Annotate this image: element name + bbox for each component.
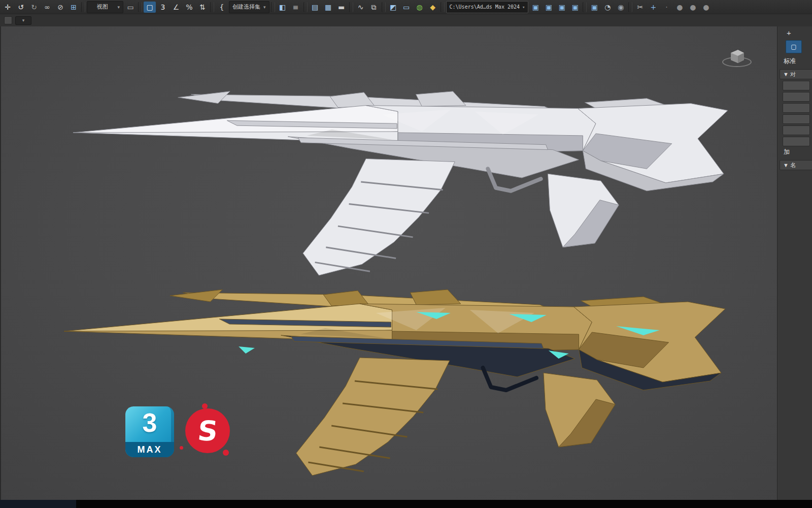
percent-snap-icon[interactable]: %: [183, 2, 195, 13]
select-link-icon[interactable]: ∞: [41, 2, 53, 13]
object-type-button[interactable]: [783, 137, 810, 146]
spinner-snap-icon[interactable]: ⇅: [196, 2, 209, 13]
status-bar: [0, 500, 812, 508]
rendered-frame-window-icon[interactable]: ▭: [400, 2, 413, 13]
settings-circle-icon[interactable]: ●: [700, 2, 712, 13]
angle-snap-icon[interactable]: ∠: [170, 2, 182, 13]
render-monitor-icon[interactable]: ▣: [588, 2, 600, 13]
select-object-icon[interactable]: ▢: [144, 2, 156, 13]
grab-viewport-plus-icon[interactable]: ▣: [543, 2, 555, 13]
autodesk-app-icon[interactable]: ◉: [615, 2, 627, 13]
selection-region-icon[interactable]: ▭: [124, 2, 137, 13]
environment-icon[interactable]: ◍: [414, 2, 426, 13]
viewport[interactable]: 3 MAX S: [0, 26, 777, 500]
undo-icon[interactable]: ↺: [15, 2, 27, 13]
transform-gizmo-icon[interactable]: ✛: [2, 2, 14, 13]
toolbar-separator: [271, 2, 275, 12]
name-color-rollout[interactable]: ▼ 名: [780, 160, 812, 170]
white-clay-rifle-model[interactable]: [72, 83, 728, 280]
toolbar-separator: [349, 2, 353, 12]
edit-named-selection-icon[interactable]: {: [216, 2, 228, 13]
project-path-field[interactable]: C:\Users\Ad…ds Max 2024: [446, 1, 529, 13]
scissors-icon[interactable]: ✂: [634, 2, 646, 13]
curve-editor-icon[interactable]: ∿: [355, 2, 367, 13]
help-circle-icon[interactable]: ●: [687, 2, 699, 13]
scene-explorer-icon[interactable]: ▤: [309, 2, 321, 13]
user-circle-icon[interactable]: ●: [673, 2, 686, 13]
toolbar-separator: [81, 2, 85, 12]
ribbon-toggle-icon[interactable]: ▬: [335, 2, 348, 13]
object-type-button[interactable]: [783, 81, 810, 90]
toolbar-separator: [441, 2, 445, 12]
grab-viewport-icon[interactable]: ▣: [529, 2, 542, 13]
bind-to-spacewarp-icon[interactable]: ⊞: [67, 2, 80, 13]
toolbar-separator: [210, 2, 214, 12]
layer-explorer-icon[interactable]: ▦: [322, 2, 334, 13]
capture-sequence-icon[interactable]: ▣: [569, 2, 581, 13]
snaps-toggle-icon[interactable]: 3: [157, 2, 169, 13]
substance-logo-dot: [202, 403, 208, 409]
autogrid-label: 加: [777, 146, 812, 158]
object-type-button[interactable]: [783, 92, 810, 102]
toolbar-separator: [382, 2, 386, 12]
main-toolbar: ✛ ↺ ↻ ∞ ⊘ ⊞ 视图: [0, 0, 812, 14]
object-type-button[interactable]: [783, 125, 810, 135]
add-tab-button[interactable]: +: [777, 26, 812, 38]
object-type-button[interactable]: [783, 103, 810, 113]
object-type-rollout[interactable]: ▼ 对: [780, 69, 812, 79]
material-editor-icon[interactable]: ◩: [387, 2, 399, 13]
toolbar-separator: [583, 2, 587, 12]
secondary-toolbar: ▾: [0, 14, 812, 27]
substance-logo-dot: [223, 450, 229, 456]
dot-icon[interactable]: ·: [660, 2, 672, 13]
substance-painter-logo: S: [185, 408, 230, 453]
command-panel: + ▢ 标准 ▼ 对 加 ▼ 名: [777, 26, 812, 500]
toolbar-separator: [628, 2, 632, 12]
redo-icon[interactable]: ↻: [28, 2, 40, 13]
category-label[interactable]: 标准: [777, 55, 812, 67]
toolbar-separator: [138, 2, 142, 12]
3dsmax-logo-band: MAX: [125, 442, 174, 457]
toolbar-separator: [303, 2, 308, 12]
unlink-selection-icon[interactable]: ⊘: [54, 2, 66, 13]
3dsmax-window: ✛ ↺ ↻ ∞ ⊘ ⊞ 视图: [0, 0, 812, 508]
viewport-dropdown[interactable]: 视图: [87, 1, 123, 13]
render-in-cloud-icon[interactable]: ◔: [601, 2, 614, 13]
3dsmax-logo: 3 MAX: [125, 406, 174, 457]
workspace-icon[interactable]: [4, 16, 12, 24]
render-production-icon[interactable]: ◆: [427, 2, 439, 13]
status-bar-segment: [0, 500, 76, 508]
schematic-view-icon[interactable]: ⧉: [368, 2, 380, 13]
3dsmax-logo-number: 3: [143, 407, 157, 438]
viewport-layout-dropdown[interactable]: ▾: [15, 16, 31, 25]
object-type-button[interactable]: [783, 114, 810, 124]
viewcube[interactable]: [721, 45, 753, 72]
align-icon[interactable]: ≡: [290, 2, 302, 13]
add-icon[interactable]: +: [647, 2, 659, 13]
selection-set-dropdown[interactable]: 创建选择集: [229, 1, 269, 13]
capture-still-icon[interactable]: ▣: [556, 2, 568, 13]
create-tab-active[interactable]: ▢: [786, 40, 802, 53]
substance-logo-dot: [180, 446, 183, 450]
mirror-icon[interactable]: ◧: [277, 2, 289, 13]
